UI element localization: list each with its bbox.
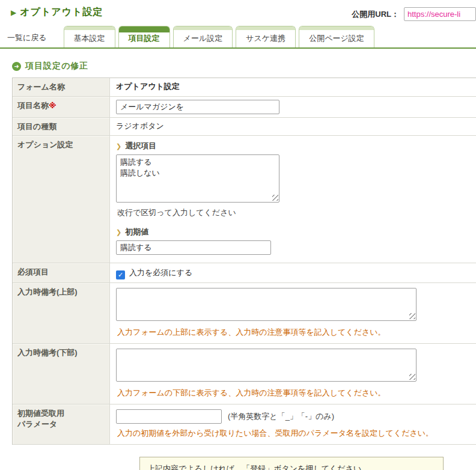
tab-public-page-settings[interactable]: 公開ページ設定: [299, 26, 374, 47]
row-note-top: 入力時備考(上部) 入力フォームの上部に表示する、入力時の注意事項等を記入してく…: [13, 283, 476, 344]
note-top-cell: 入力フォームの上部に表示する、入力時の注意事項等を記入してください。: [110, 283, 476, 343]
required-label: 必須項目: [13, 263, 110, 282]
bullet-icon: ❯: [116, 228, 121, 236]
item-name-cell: [110, 97, 476, 117]
title-arrow-icon: ▶: [11, 9, 16, 16]
note-top-hint: 入力フォームの上部に表示する、入力時の注意事項等を記入してください。: [117, 327, 470, 338]
note-bottom-textarea-wrap: [116, 349, 416, 382]
required-checkbox-label: 入力を必須にする: [129, 268, 192, 277]
bullet-icon: ❯: [116, 142, 121, 150]
note-bottom-label: 入力時備考(下部): [13, 344, 110, 404]
choices-textarea-wrap: 購読する 購読しない: [116, 154, 279, 203]
public-url-label: 公開用URL：: [352, 9, 399, 20]
param-note: 入力の初期値を外部から受け取りたい場合、受取用のパラメータ名を設定してください。: [117, 428, 470, 439]
param-cell: (半角英数字と「_」「-」のみ) 入力の初期値を外部から受け取りたい場合、受取用…: [110, 404, 476, 444]
confirm-message: 上記内容でよろしければ、「登録」ボタンを押してください。: [147, 463, 436, 470]
section-header: ➜ 項目設定の修正: [12, 61, 476, 72]
item-settings-form: フォーム名称 オプトアウト設定 項目名称※ 項目の種類 ラジオボタン オプション…: [12, 78, 476, 445]
tab-bar: 一覧に戻る 基本設定 項目設定 メール設定 サスケ連携 公開ページ設定: [0, 26, 476, 49]
row-form-name: フォーム名称 オプトアウト設定: [13, 78, 476, 97]
note-top-textarea-wrap: [116, 288, 416, 321]
required-cell: ✓入力を必須にする: [110, 263, 476, 282]
item-type-value: ラジオボタン: [110, 118, 476, 136]
topbar: ▶ オプトアウト設定 公開用URL：: [0, 0, 476, 23]
choices-note: 改行で区切って入力してください: [117, 207, 470, 218]
public-url-input[interactable]: [404, 7, 476, 21]
param-format-hint: (半角英数字と「_」「-」のみ): [228, 411, 334, 422]
row-param: 初期値受取用 パラメータ (半角英数字と「_」「-」のみ) 入力の初期値を外部か…: [13, 404, 476, 445]
back-to-list-link[interactable]: 一覧に戻る: [6, 32, 53, 47]
required-mark: ※: [49, 101, 56, 110]
form-name-value: オプトアウト設定: [110, 78, 476, 96]
default-value-label: 初期値: [125, 227, 148, 237]
item-name-input[interactable]: [116, 100, 279, 114]
default-subhead: ❯ 初期値: [116, 227, 470, 237]
page-title: ▶ オプトアウト設定: [11, 6, 103, 19]
note-top-label: 入力時備考(上部): [13, 283, 110, 343]
note-bottom-hint: 入力フォームの下部に表示する、入力時の注意事項等を記入してください。: [117, 388, 470, 398]
note-top-textarea[interactable]: [116, 288, 416, 321]
tab-basic-settings[interactable]: 基本設定: [64, 26, 115, 47]
section-title: 項目設定の修正: [25, 61, 88, 72]
param-input-line: (半角英数字と「_」「-」のみ): [116, 409, 470, 424]
choices-subhead: ❯ 選択項目: [116, 141, 470, 151]
required-checkbox[interactable]: ✓: [116, 270, 125, 279]
item-type-label: 項目の種類: [13, 118, 110, 136]
tabs: 基本設定 項目設定 メール設定 サスケ連携 公開ページ設定: [64, 26, 374, 47]
section-arrow-icon: ➜: [12, 62, 21, 71]
confirm-box: 上記内容でよろしければ、「登録」ボタンを押してください。 登録: [139, 457, 444, 470]
tab-mail-settings[interactable]: メール設定: [173, 26, 233, 47]
option-settings-label: オプション設定: [13, 136, 110, 263]
form-name-label: フォーム名称: [13, 78, 110, 96]
row-option-settings: オプション設定 ❯ 選択項目 購読する 購読しない 改行で区切って入力してくださ…: [13, 136, 476, 263]
tab-item-settings[interactable]: 項目設定: [118, 26, 170, 47]
page-title-text: オプトアウト設定: [20, 6, 103, 19]
tab-sasuke-link[interactable]: サスケ連携: [236, 26, 296, 47]
param-label: 初期値受取用 パラメータ: [13, 404, 110, 444]
row-item-name: 項目名称※: [13, 97, 476, 118]
note-bottom-textarea[interactable]: [116, 349, 416, 382]
choices-label: 選択項目: [125, 141, 156, 151]
param-input[interactable]: [116, 409, 222, 424]
row-item-type: 項目の種類 ラジオボタン: [13, 118, 476, 136]
item-name-label: 項目名称※: [13, 97, 110, 117]
public-url-area: 公開用URL：: [352, 6, 476, 21]
choices-textarea[interactable]: 購読する 購読しない: [116, 154, 279, 203]
row-note-bottom: 入力時備考(下部) 入力フォームの下部に表示する、入力時の注意事項等を記入してく…: [13, 344, 476, 404]
note-bottom-cell: 入力フォームの下部に表示する、入力時の注意事項等を記入してください。: [110, 344, 476, 404]
option-settings-cell: ❯ 選択項目 購読する 購読しない 改行で区切って入力してください ❯ 初期値: [110, 136, 476, 263]
row-required: 必須項目 ✓入力を必須にする: [13, 263, 476, 283]
default-value-input[interactable]: [116, 240, 271, 255]
